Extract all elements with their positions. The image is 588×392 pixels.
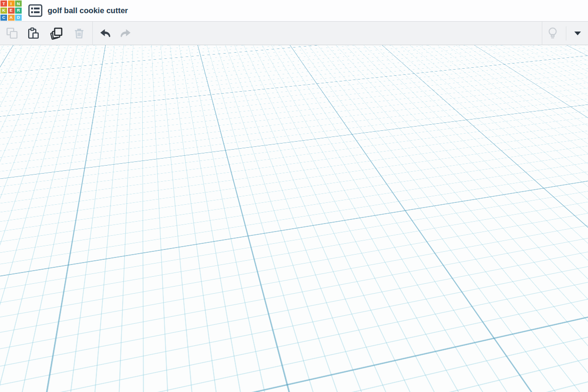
redo-button[interactable] [115, 23, 136, 44]
logo-tile: R [15, 8, 22, 14]
app-header: T I N K E R C A D golf ball cookie cutte… [0, 0, 588, 22]
logo-tile: T [0, 0, 7, 7]
delete-button[interactable] [69, 23, 90, 44]
design-title[interactable]: golf ball cookie cutter [48, 6, 128, 15]
copy-button[interactable] [2, 23, 23, 44]
zoom-out-button[interactable] [6, 182, 26, 202]
logo-tile: D [15, 15, 22, 21]
viewport-3d[interactable]: SHORA [0, 45, 588, 392]
duplicate-button[interactable] [46, 23, 67, 44]
undo-icon [99, 27, 111, 40]
logo-tile: I [8, 0, 15, 7]
lightbulb-icon [547, 27, 559, 40]
paste-icon [27, 27, 39, 40]
logo-tile: N [15, 0, 22, 7]
tips-button[interactable] [542, 23, 563, 44]
tinkercad-logo[interactable]: T I N K E R C A D [0, 0, 22, 21]
copy-icon [6, 27, 18, 40]
fit-view-icon [10, 133, 22, 145]
paste-button[interactable] [23, 23, 43, 44]
fit-view-button[interactable] [6, 129, 26, 150]
home-view-button[interactable] [6, 103, 26, 123]
logo-tile: A [8, 15, 15, 21]
main-toolbar [0, 22, 588, 45]
duplicate-icon [50, 27, 63, 40]
undo-button[interactable] [95, 23, 115, 44]
chevron-down-icon [574, 32, 581, 35]
properties-list-icon [28, 4, 42, 17]
plus-icon [10, 160, 22, 171]
dropdown-button[interactable] [569, 23, 586, 44]
trash-icon [73, 27, 85, 40]
home-icon [10, 107, 22, 119]
logo-tile: C [0, 15, 7, 21]
toolbar-separator [92, 22, 93, 45]
zoom-in-button[interactable] [6, 155, 26, 176]
logo-tile: K [0, 8, 7, 14]
minus-icon [10, 186, 22, 198]
perspective-cube-icon [10, 212, 22, 224]
redo-icon [120, 27, 132, 40]
model-golf-ball-cookie-cutter[interactable] [0, 45, 588, 392]
design-properties-button[interactable] [27, 4, 43, 18]
view-cube[interactable]: SHORA [4, 49, 60, 103]
perspective-toggle-button[interactable] [6, 208, 26, 229]
toolbar-separator [566, 26, 566, 40]
logo-tile: E [8, 8, 15, 14]
